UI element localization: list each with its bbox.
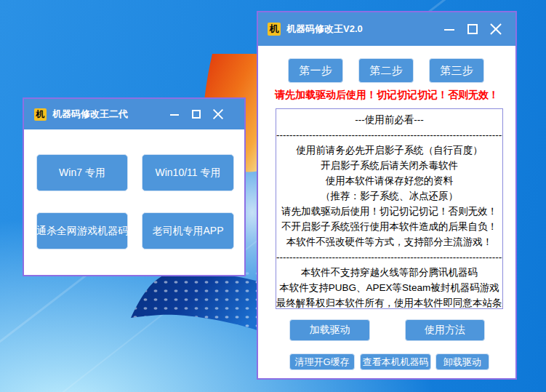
all-network-games-button[interactable]: 通杀全网游戏机器码 <box>36 212 128 249</box>
wallpaper-dark-pane-dots <box>131 273 273 336</box>
veteran-app-button[interactable]: 老司机专用APP <box>142 212 234 249</box>
close-icon[interactable] <box>489 23 502 36</box>
notice-line: 请先加载驱动后使用！切记切记切记！否则无效！ <box>276 204 502 219</box>
view-machine-code-button[interactable]: 查看本机机器码 <box>360 353 431 370</box>
notice-line: 使用本软件请保存好您的资料 <box>276 173 502 188</box>
notice-line: 使用前请务必先开启影子系统（自行百度） <box>276 143 502 158</box>
step3-button[interactable]: 第三步 <box>429 58 484 83</box>
minimize-icon[interactable] <box>169 108 180 120</box>
notice-divider: ----------------------------------------… <box>276 249 502 265</box>
left-window-controls <box>169 108 244 120</box>
win10-11-button[interactable]: Win10/11 专用 <box>142 154 234 191</box>
app-icon: 机 <box>268 23 281 36</box>
usage-instructions-button[interactable]: 使用方法 <box>405 319 485 341</box>
notice-line: 最终解释权归本软件所有，使用本软件即同意本站条款 <box>276 295 502 309</box>
notice-line: 开启影子系统后请关闭杀毒软件 <box>276 158 502 173</box>
notice-divider: ----------------------------------------… <box>276 127 502 143</box>
notice-line: 不开启影子系统强行使用本软件造成的后果自负！ <box>276 219 502 234</box>
maximize-icon[interactable] <box>190 108 202 120</box>
minimize-icon[interactable] <box>443 23 456 36</box>
usage-notice-panel[interactable]: ---使用前必看--- ----------------------------… <box>276 108 503 309</box>
load-driver-button[interactable]: 加载驱动 <box>289 319 370 341</box>
right-window-controls <box>443 23 515 36</box>
left-window-titlebar[interactable]: 机 机器码修改王二代 <box>24 99 244 129</box>
driver-warning-text: 请先加载驱动后使用！切记切记切记！否则无效！ <box>258 89 515 102</box>
notice-line: 本软件不支持穿越火线等部分腾讯机器码 <box>276 265 502 280</box>
notice-line: （推荐：影子系统、冰点还原） <box>276 188 502 204</box>
notice-line: 本软件支持PUBG、APEX等Steam被封机器码游戏 <box>276 280 502 295</box>
win7-button[interactable]: Win7 专用 <box>36 154 128 191</box>
right-window-titlebar[interactable]: 机 机器码修改王V2.0 <box>258 12 515 46</box>
notice-line: ---使用前必看--- <box>276 112 502 127</box>
notice-line: 本软件不强改硬件等方式，支持部分主流游戏！ <box>276 234 502 249</box>
uninstall-driver-button[interactable]: 卸载驱动 <box>435 353 489 370</box>
clear-cheat-cache-button[interactable]: 清理开G缓存 <box>289 353 355 370</box>
step1-button[interactable]: 第一步 <box>288 58 343 83</box>
desktop: 机 机器码修改王二代 Win7 专用 Win10/11 专用 通杀全网游戏机器码… <box>0 0 546 392</box>
step2-button[interactable]: 第二步 <box>358 58 414 83</box>
window-machine-code-v2: 机 机器码修改王V2.0 第一步 第二步 第三步 请先加载驱动后使用！切记切记切… <box>257 11 517 380</box>
right-window-title: 机器码修改王V2.0 <box>286 23 363 36</box>
close-icon[interactable] <box>212 108 224 120</box>
maximize-icon[interactable] <box>466 23 479 36</box>
window-machine-code-gen2: 机 机器码修改王二代 Win7 专用 Win10/11 专用 通杀全网游戏机器码… <box>23 97 246 276</box>
app-icon: 机 <box>34 108 47 121</box>
left-window-title: 机器码修改王二代 <box>52 108 128 121</box>
